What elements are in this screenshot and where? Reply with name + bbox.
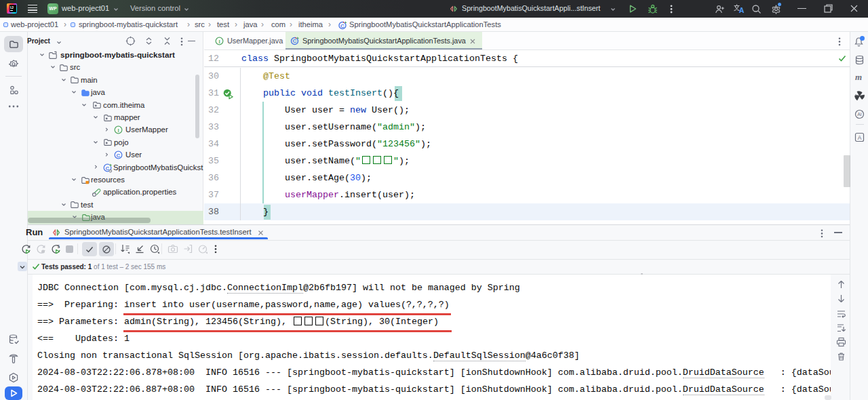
svg-text:I: I (218, 39, 220, 45)
svg-text:A: A (739, 6, 745, 14)
svg-text:I: I (117, 127, 119, 133)
svg-text:C: C (340, 23, 344, 29)
svg-text:C: C (117, 152, 121, 158)
svg-text:A: A (858, 134, 862, 141)
svg-text:5: 5 (58, 244, 60, 249)
svg-text:AI: AI (857, 112, 862, 117)
svg-text:C: C (292, 38, 296, 44)
